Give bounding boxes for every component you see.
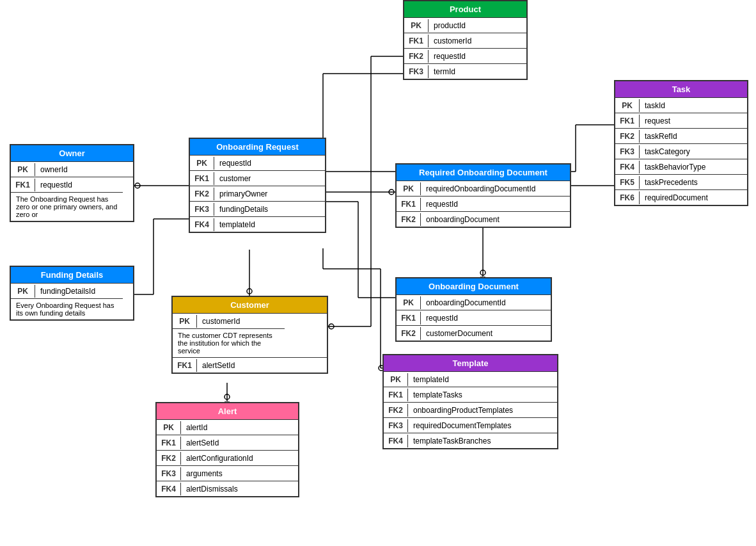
od-row-fk1: FK1 requestId [397, 310, 551, 325]
svg-point-10 [329, 324, 334, 329]
diagram-container: Product PK productId FK1 customerId FK2 … [0, 0, 756, 546]
entity-onboarding-document: Onboarding Document PK onboardingDocumen… [395, 277, 552, 342]
alert-row-fk1: FK1 alertSetId [157, 435, 298, 450]
template-row-fk2: FK2 onboardingProductTemplates [384, 402, 557, 417]
svg-point-40 [480, 270, 485, 275]
template-row-fk3: FK3 requiredDocumentTemplates [384, 417, 557, 433]
rod-row-pk: PK requiredOnboardingDocumentId [397, 181, 570, 196]
funding-details-row-pk: PK fundingDetailsId [11, 283, 133, 298]
customer-note: The customer CDT represents the institut… [173, 328, 285, 357]
svg-point-14 [135, 183, 140, 188]
template-header: Template [384, 355, 557, 371]
owner-note: The Onboarding Request has zero or one p… [11, 192, 123, 221]
entity-task: Task PK taskId FK1 request FK2 taskRefId… [614, 80, 748, 206]
product-row-fk3: FK3 termId [404, 63, 526, 79]
product-row-fk2: FK2 requestId [404, 48, 526, 63]
template-row-fk1: FK1 templateTasks [384, 387, 557, 402]
onboarding-request-row-fk4: FK4 templateId [190, 216, 325, 232]
template-row-fk4: FK4 templateTaskBranches [384, 433, 557, 448]
onboarding-document-header: Onboarding Document [397, 278, 551, 294]
alert-row-fk2: FK2 alertConfigurationId [157, 450, 298, 465]
required-onboarding-document-header: Required Onboarding Document [397, 165, 570, 181]
alert-header: Alert [157, 403, 298, 419]
task-row-fk1: FK1 request [615, 113, 747, 128]
task-row-fk4: FK4 taskBehaviorType [615, 159, 747, 174]
task-row-fk6: FK6 requiredDocument [615, 189, 747, 205]
task-row-pk: PK taskId [615, 97, 747, 113]
owner-row-pk: PK ownerId [11, 161, 133, 177]
alert-row-pk: PK alertId [157, 419, 298, 435]
owner-header: Owner [11, 145, 133, 161]
onboarding-request-row-pk: PK requestId [190, 155, 325, 170]
entity-template: Template PK templateId FK1 templateTasks… [382, 354, 558, 449]
rod-row-fk1: FK1 requestId [397, 196, 570, 211]
entity-required-onboarding-document: Required Onboarding Document PK required… [395, 163, 571, 228]
entity-onboarding-request: Onboarding Request PK requestId FK1 cust… [189, 138, 326, 233]
svg-point-29 [247, 289, 252, 294]
entity-owner: Owner PK ownerId FK1 requestId The Onboa… [10, 144, 134, 222]
owner-row-fk1: FK1 requestId [11, 177, 133, 192]
customer-row-pk: PK customerId [173, 313, 327, 328]
rod-row-fk2: FK2 onboardingDocument [397, 211, 570, 227]
task-header: Task [615, 81, 747, 97]
task-row-fk3: FK3 taskCategory [615, 143, 747, 159]
od-row-pk: PK onboardingDocumentId [397, 294, 551, 310]
product-header: Product [404, 1, 526, 17]
od-row-fk2: FK2 customerDocument [397, 325, 551, 341]
onboarding-request-row-fk2: FK2 primaryOwner [190, 186, 325, 201]
onboarding-request-row-fk1: FK1 customer [190, 170, 325, 186]
customer-row-fk1: FK1 alertSetId [173, 357, 327, 373]
onboarding-request-row-fk3: FK3 fundingDetails [190, 201, 325, 216]
svg-point-25 [389, 189, 394, 195]
funding-details-note: Every Onboarding Request has its own fun… [11, 298, 123, 319]
template-row-pk: PK templateId [384, 371, 557, 387]
entity-product: Product PK productId FK1 customerId FK2 … [403, 0, 528, 80]
product-row-fk1: FK1 customerId [404, 33, 526, 48]
task-row-fk5: FK5 taskPrecedents [615, 174, 747, 189]
customer-header: Customer [173, 297, 327, 313]
svg-point-50 [224, 394, 230, 399]
funding-details-header: Funding Details [11, 267, 133, 283]
entity-customer: Customer PK customerId The customer CDT … [171, 296, 328, 374]
entity-alert: Alert PK alertId FK1 alertSetId FK2 aler… [155, 402, 299, 497]
onboarding-request-header: Onboarding Request [190, 139, 325, 155]
alert-row-fk4: FK4 alertDismissals [157, 481, 298, 496]
task-row-fk2: FK2 taskRefId [615, 128, 747, 143]
entity-funding-details: Funding Details PK fundingDetailsId Ever… [10, 266, 134, 321]
alert-row-fk3: FK3 arguments [157, 465, 298, 481]
product-row-pk: PK productId [404, 17, 526, 33]
